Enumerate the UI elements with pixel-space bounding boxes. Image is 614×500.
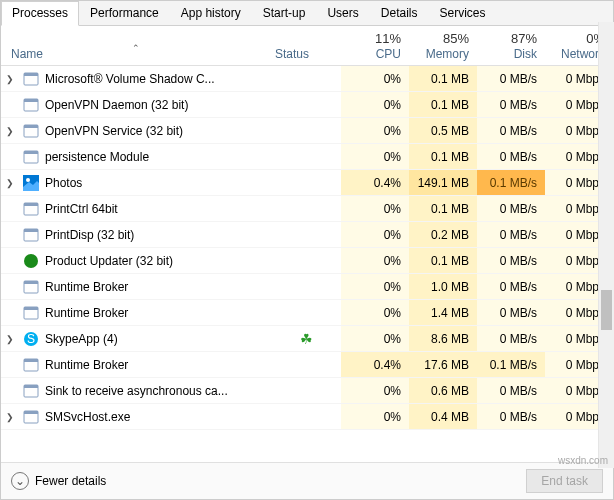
process-list[interactable]: ❯Microsoft® Volume Shadow C...0%0.1 MB0 … <box>1 66 613 462</box>
memory-cell: 8.6 MB <box>409 326 477 351</box>
table-row[interactable]: Sink to receive asynchronous ca...0%0.6 … <box>1 378 613 404</box>
table-row[interactable]: Product Updater (32 bit)0%0.1 MB0 MB/s0 … <box>1 248 613 274</box>
end-task-button[interactable]: End task <box>526 469 603 493</box>
expander-icon[interactable]: ❯ <box>1 74 19 84</box>
process-icon <box>23 357 39 373</box>
expander-icon[interactable]: ❯ <box>1 334 19 344</box>
disk-cell: 0 MB/s <box>477 378 545 403</box>
memory-cell: 0.1 MB <box>409 92 477 117</box>
cpu-cell: 0% <box>341 92 409 117</box>
disk-cell: 0 MB/s <box>477 274 545 299</box>
expander-icon[interactable]: ❯ <box>1 178 19 188</box>
process-name: SkypeApp (4) <box>43 332 271 346</box>
table-row[interactable]: ❯OpenVPN Service (32 bit)0%0.5 MB0 MB/s0… <box>1 118 613 144</box>
cpu-cell: 0% <box>341 300 409 325</box>
disk-cell: 0 MB/s <box>477 92 545 117</box>
tab-processes[interactable]: Processes <box>1 1 79 26</box>
tab-details[interactable]: Details <box>370 1 429 25</box>
process-icon <box>23 305 39 321</box>
process-icon: S <box>23 331 39 347</box>
disk-cell: 0 MB/s <box>477 196 545 221</box>
memory-cell: 0.1 MB <box>409 66 477 91</box>
svg-rect-22 <box>24 359 38 362</box>
tab-strip: ProcessesPerformanceApp historyStart-upU… <box>1 1 613 26</box>
svg-rect-18 <box>24 307 38 310</box>
process-name: Microsoft® Volume Shadow C... <box>43 72 271 86</box>
table-row[interactable]: ❯SSkypeApp (4)☘0%8.6 MB0 MB/s0 Mbps <box>1 326 613 352</box>
process-name: OpenVPN Daemon (32 bit) <box>43 98 271 112</box>
cpu-cell: 0% <box>341 66 409 91</box>
memory-cell: 149.1 MB <box>409 170 477 195</box>
svg-rect-13 <box>24 229 38 232</box>
tab-services[interactable]: Services <box>428 1 496 25</box>
vertical-scrollbar[interactable] <box>598 22 614 468</box>
disk-cell: 0 MB/s <box>477 300 545 325</box>
table-row[interactable]: ❯Microsoft® Volume Shadow C...0%0.1 MB0 … <box>1 66 613 92</box>
memory-cell: 0.2 MB <box>409 222 477 247</box>
cpu-cell: 0% <box>341 326 409 351</box>
cpu-cell: 0% <box>341 248 409 273</box>
process-name: Photos <box>43 176 271 190</box>
tab-app-history[interactable]: App history <box>170 1 252 25</box>
process-icon <box>23 279 39 295</box>
svg-rect-16 <box>24 281 38 284</box>
process-icon <box>23 201 39 217</box>
process-icon <box>23 71 39 87</box>
table-row[interactable]: PrintCtrl 64bit0%0.1 MB0 MB/s0 Mbps <box>1 196 613 222</box>
table-row[interactable]: Runtime Broker0.4%17.6 MB0.1 MB/s0 Mbps <box>1 352 613 378</box>
disk-cell: 0 MB/s <box>477 144 545 169</box>
table-row[interactable]: PrintDisp (32 bit)0%0.2 MB0 MB/s0 Mbps <box>1 222 613 248</box>
mem-pct: 85% <box>443 31 469 46</box>
cpu-label: CPU <box>376 47 401 61</box>
svg-text:S: S <box>27 332 35 346</box>
cpu-cell: 0% <box>341 144 409 169</box>
expander-icon[interactable]: ❯ <box>1 126 19 136</box>
col-header-memory[interactable]: 85% Memory <box>409 29 477 65</box>
tab-users[interactable]: Users <box>316 1 369 25</box>
col-header-name[interactable]: ⌃ Name <box>1 45 271 65</box>
tab-start-up[interactable]: Start-up <box>252 1 317 25</box>
process-name: Sink to receive asynchronous ca... <box>43 384 271 398</box>
cpu-cell: 0% <box>341 222 409 247</box>
disk-cell: 0 MB/s <box>477 118 545 143</box>
memory-cell: 0.1 MB <box>409 144 477 169</box>
svg-point-14 <box>24 254 38 268</box>
expander-icon[interactable]: ❯ <box>1 412 19 422</box>
table-row[interactable]: ❯Photos0.4%149.1 MB0.1 MB/s0 Mbps <box>1 170 613 196</box>
fewer-details-toggle[interactable]: Fewer details <box>11 472 106 490</box>
col-header-disk[interactable]: 87% Disk <box>477 29 545 65</box>
process-name: PrintCtrl 64bit <box>43 202 271 216</box>
memory-cell: 17.6 MB <box>409 352 477 377</box>
cpu-cell: 0% <box>341 274 409 299</box>
cpu-cell: 0.4% <box>341 352 409 377</box>
process-name: Runtime Broker <box>43 358 271 372</box>
process-icon <box>23 97 39 113</box>
disk-cell: 0 MB/s <box>477 326 545 351</box>
sort-ascending-icon: ⌃ <box>132 43 140 53</box>
chevron-down-icon <box>11 472 29 490</box>
svg-rect-3 <box>24 99 38 102</box>
svg-rect-24 <box>24 385 38 388</box>
col-header-status[interactable]: Status <box>271 45 341 65</box>
tab-performance[interactable]: Performance <box>79 1 170 25</box>
table-row[interactable]: OpenVPN Daemon (32 bit)0%0.1 MB0 MB/s0 M… <box>1 92 613 118</box>
footer-bar: Fewer details End task <box>1 462 613 499</box>
memory-cell: 0.1 MB <box>409 196 477 221</box>
disk-label: Disk <box>514 47 537 61</box>
table-row[interactable]: Runtime Broker0%1.0 MB0 MB/s0 Mbps <box>1 274 613 300</box>
table-row[interactable]: ❯SMSvcHost.exe0%0.4 MB0 MB/s0 Mbps <box>1 404 613 430</box>
svg-point-9 <box>26 178 30 182</box>
disk-cell: 0.1 MB/s <box>477 352 545 377</box>
cpu-cell: 0% <box>341 404 409 429</box>
scrollbar-thumb[interactable] <box>601 290 612 330</box>
process-name: Runtime Broker <box>43 280 271 294</box>
cpu-cell: 0% <box>341 378 409 403</box>
table-row[interactable]: Runtime Broker0%1.4 MB0 MB/s0 Mbps <box>1 300 613 326</box>
cpu-pct: 11% <box>375 31 401 46</box>
disk-cell: 0.1 MB/s <box>477 170 545 195</box>
table-row[interactable]: persistence Module0%0.1 MB0 MB/s0 Mbps <box>1 144 613 170</box>
col-header-cpu[interactable]: 11% CPU <box>341 29 409 65</box>
process-icon <box>23 227 39 243</box>
process-icon <box>23 175 39 191</box>
disk-cell: 0 MB/s <box>477 248 545 273</box>
